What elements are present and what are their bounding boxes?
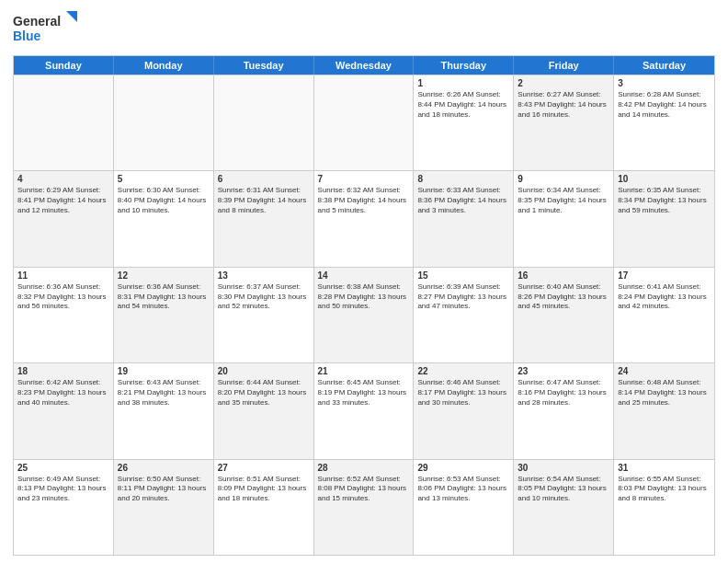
day-number: 10 <box>618 174 711 184</box>
cell-info: Sunrise: 6:43 AM Sunset: 8:21 PM Dayligh… <box>118 378 210 408</box>
calendar-cell: 6Sunrise: 6:31 AM Sunset: 8:39 PM Daylig… <box>214 171 314 266</box>
calendar-week: 11Sunrise: 6:36 AM Sunset: 8:32 PM Dayli… <box>14 267 714 362</box>
day-number: 5 <box>118 174 210 184</box>
day-number: 18 <box>17 366 109 376</box>
calendar-week: 25Sunrise: 6:49 AM Sunset: 8:13 PM Dayli… <box>14 459 714 555</box>
calendar-cell: 16Sunrise: 6:40 AM Sunset: 8:26 PM Dayli… <box>514 268 614 362</box>
day-number: 14 <box>318 270 410 281</box>
cell-info: Sunrise: 6:41 AM Sunset: 8:24 PM Dayligh… <box>618 282 711 312</box>
calendar-cell: 9Sunrise: 6:34 AM Sunset: 8:35 PM Daylig… <box>514 171 614 266</box>
calendar-cell <box>314 75 415 170</box>
cell-info: Sunrise: 6:55 AM Sunset: 8:03 PM Dayligh… <box>618 475 711 504</box>
day-number: 25 <box>17 463 109 473</box>
day-number: 13 <box>218 270 310 281</box>
cell-info: Sunrise: 6:32 AM Sunset: 8:38 PM Dayligh… <box>318 186 410 215</box>
calendar-cell: 10Sunrise: 6:35 AM Sunset: 8:34 PM Dayli… <box>614 171 714 266</box>
cell-info: Sunrise: 6:45 AM Sunset: 8:19 PM Dayligh… <box>318 378 410 408</box>
cell-info: Sunrise: 6:54 AM Sunset: 8:05 PM Dayligh… <box>518 475 609 504</box>
day-number: 29 <box>417 463 509 473</box>
calendar-cell: 27Sunrise: 6:51 AM Sunset: 8:09 PM Dayli… <box>214 460 314 555</box>
calendar-cell: 15Sunrise: 6:39 AM Sunset: 8:27 PM Dayli… <box>414 268 514 362</box>
day-number: 3 <box>618 78 711 88</box>
cell-info: Sunrise: 6:36 AM Sunset: 8:31 PM Dayligh… <box>118 282 210 312</box>
day-number: 15 <box>417 270 509 281</box>
calendar-cell: 30Sunrise: 6:54 AM Sunset: 8:05 PM Dayli… <box>514 460 614 555</box>
calendar-cell: 13Sunrise: 6:37 AM Sunset: 8:30 PM Dayli… <box>214 268 314 362</box>
calendar-cell: 20Sunrise: 6:44 AM Sunset: 8:20 PM Dayli… <box>214 363 314 458</box>
calendar-cell: 11Sunrise: 6:36 AM Sunset: 8:32 PM Dayli… <box>14 268 114 362</box>
day-header: Sunday <box>14 56 114 75</box>
day-number: 1 <box>417 78 509 88</box>
day-number: 9 <box>518 174 609 184</box>
calendar-cell <box>14 75 114 170</box>
calendar-cell: 3Sunrise: 6:28 AM Sunset: 8:42 PM Daylig… <box>614 75 714 170</box>
cell-info: Sunrise: 6:46 AM Sunset: 8:17 PM Dayligh… <box>417 378 509 408</box>
calendar-cell: 1Sunrise: 6:26 AM Sunset: 8:44 PM Daylig… <box>414 75 514 170</box>
calendar-cell: 29Sunrise: 6:53 AM Sunset: 8:06 PM Dayli… <box>414 460 514 555</box>
calendar-cell <box>114 75 214 170</box>
cell-info: Sunrise: 6:26 AM Sunset: 8:44 PM Dayligh… <box>417 90 509 120</box>
day-number: 23 <box>518 366 609 376</box>
header: General Blue <box>13 9 715 50</box>
svg-text:Blue: Blue <box>13 29 41 43</box>
cell-info: Sunrise: 6:39 AM Sunset: 8:27 PM Dayligh… <box>417 282 509 312</box>
calendar-week: 4Sunrise: 6:29 AM Sunset: 8:41 PM Daylig… <box>14 170 714 266</box>
cell-info: Sunrise: 6:33 AM Sunset: 8:36 PM Dayligh… <box>417 186 509 215</box>
calendar-cell: 25Sunrise: 6:49 AM Sunset: 8:13 PM Dayli… <box>14 460 114 555</box>
cell-info: Sunrise: 6:48 AM Sunset: 8:14 PM Dayligh… <box>618 378 711 408</box>
day-number: 28 <box>318 463 410 473</box>
cell-info: Sunrise: 6:29 AM Sunset: 8:41 PM Dayligh… <box>17 186 109 215</box>
day-number: 2 <box>518 78 609 88</box>
calendar-cell: 24Sunrise: 6:48 AM Sunset: 8:14 PM Dayli… <box>614 363 714 458</box>
calendar-cell: 26Sunrise: 6:50 AM Sunset: 8:11 PM Dayli… <box>114 460 214 555</box>
cell-info: Sunrise: 6:42 AM Sunset: 8:23 PM Dayligh… <box>17 378 109 408</box>
day-header: Friday <box>514 56 614 75</box>
cell-info: Sunrise: 6:51 AM Sunset: 8:09 PM Dayligh… <box>218 475 310 504</box>
cell-info: Sunrise: 6:52 AM Sunset: 8:08 PM Dayligh… <box>318 475 410 504</box>
logo: General Blue <box>13 9 77 50</box>
day-header: Wednesday <box>314 56 415 75</box>
day-header: Saturday <box>614 56 714 75</box>
day-number: 4 <box>17 174 109 184</box>
cell-info: Sunrise: 6:47 AM Sunset: 8:16 PM Dayligh… <box>518 378 609 408</box>
cell-info: Sunrise: 6:27 AM Sunset: 8:43 PM Dayligh… <box>518 90 609 120</box>
calendar-cell: 28Sunrise: 6:52 AM Sunset: 8:08 PM Dayli… <box>314 460 415 555</box>
cell-info: Sunrise: 6:34 AM Sunset: 8:35 PM Dayligh… <box>518 186 609 215</box>
day-number: 16 <box>518 270 609 281</box>
cell-info: Sunrise: 6:35 AM Sunset: 8:34 PM Dayligh… <box>618 186 711 215</box>
calendar-cell: 19Sunrise: 6:43 AM Sunset: 8:21 PM Dayli… <box>114 363 214 458</box>
cell-info: Sunrise: 6:44 AM Sunset: 8:20 PM Dayligh… <box>218 378 310 408</box>
day-header: Thursday <box>414 56 514 75</box>
calendar-cell <box>214 75 314 170</box>
day-number: 17 <box>618 270 711 281</box>
day-number: 12 <box>118 270 210 281</box>
day-number: 20 <box>218 366 310 376</box>
page: General Blue SundayMondayTuesdayWednesda… <box>0 0 728 563</box>
calendar-cell: 12Sunrise: 6:36 AM Sunset: 8:31 PM Dayli… <box>114 268 214 362</box>
cell-info: Sunrise: 6:50 AM Sunset: 8:11 PM Dayligh… <box>118 475 210 504</box>
day-number: 7 <box>318 174 410 184</box>
calendar-cell: 23Sunrise: 6:47 AM Sunset: 8:16 PM Dayli… <box>514 363 614 458</box>
day-number: 31 <box>618 463 711 473</box>
calendar-week: 1Sunrise: 6:26 AM Sunset: 8:44 PM Daylig… <box>14 75 714 170</box>
calendar-cell: 7Sunrise: 6:32 AM Sunset: 8:38 PM Daylig… <box>314 171 415 266</box>
day-header: Monday <box>114 56 214 75</box>
day-number: 11 <box>17 270 109 281</box>
calendar: SundayMondayTuesdayWednesdayThursdayFrid… <box>13 55 715 556</box>
calendar-cell: 4Sunrise: 6:29 AM Sunset: 8:41 PM Daylig… <box>14 171 114 266</box>
cell-info: Sunrise: 6:53 AM Sunset: 8:06 PM Dayligh… <box>417 475 509 504</box>
day-number: 26 <box>118 463 210 473</box>
calendar-cell: 5Sunrise: 6:30 AM Sunset: 8:40 PM Daylig… <box>114 171 214 266</box>
day-number: 24 <box>618 366 711 376</box>
calendar-cell: 18Sunrise: 6:42 AM Sunset: 8:23 PM Dayli… <box>14 363 114 458</box>
day-number: 6 <box>218 174 310 184</box>
calendar-cell: 8Sunrise: 6:33 AM Sunset: 8:36 PM Daylig… <box>414 171 514 266</box>
cell-info: Sunrise: 6:36 AM Sunset: 8:32 PM Dayligh… <box>17 282 109 312</box>
day-number: 22 <box>417 366 509 376</box>
cell-info: Sunrise: 6:49 AM Sunset: 8:13 PM Dayligh… <box>17 475 109 504</box>
cell-info: Sunrise: 6:31 AM Sunset: 8:39 PM Dayligh… <box>218 186 310 215</box>
cell-info: Sunrise: 6:28 AM Sunset: 8:42 PM Dayligh… <box>618 90 711 120</box>
calendar-cell: 31Sunrise: 6:55 AM Sunset: 8:03 PM Dayli… <box>614 460 714 555</box>
cell-info: Sunrise: 6:40 AM Sunset: 8:26 PM Dayligh… <box>518 282 609 312</box>
svg-text:General: General <box>13 14 61 29</box>
